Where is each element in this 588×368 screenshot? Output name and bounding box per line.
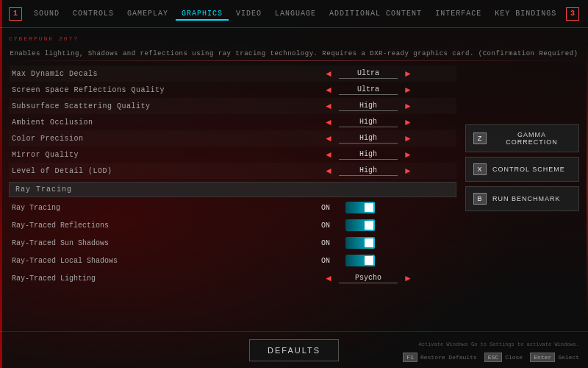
setting-row-screen-space: Screen Space Reflections Quality ◄ Ultra… xyxy=(9,82,456,98)
toggle-label-ray-tracing: Ray Tracing xyxy=(12,204,321,212)
right-sidebar: Z GAMMA CORRECTION X CONTROL SCHEME B RU… xyxy=(465,66,579,347)
toggle-control-ray-traced-lighting: ◄ Psycho ► xyxy=(321,273,453,283)
toggle-label-ray-traced-reflections: Ray-Traced Reflections xyxy=(12,222,321,230)
control-scheme-button[interactable]: X CONTROL SCHEME xyxy=(465,157,579,182)
setting-row-ambient-occlusion: Ambient Occlusion ◄ High ► xyxy=(9,114,456,130)
arrow-left-mirror-quality[interactable]: ◄ xyxy=(321,149,336,160)
select-hint: Enter Select xyxy=(530,353,579,362)
nav-right: 3 xyxy=(566,7,579,21)
defaults-button[interactable]: DEFAULTS xyxy=(249,339,339,361)
arrow-left-color-precision[interactable]: ◄ xyxy=(321,133,336,144)
nav-badge-right: 3 xyxy=(566,7,579,21)
toggle-switch-ray-tracing[interactable] xyxy=(345,202,375,213)
toggle-switch-ray-traced-sun-shadows[interactable] xyxy=(345,237,375,249)
arrow-left-subsurface[interactable]: ◄ xyxy=(321,101,336,111)
setting-label-lod: Level of Detail (LOD) xyxy=(12,167,321,175)
panel-divider xyxy=(0,60,588,61)
setting-control-mirror-quality: ◄ High ► xyxy=(321,149,453,160)
run-benchmark-button[interactable]: B RUN BENCHMARK xyxy=(465,186,579,211)
setting-value-screen-space: Ultra xyxy=(339,85,398,95)
toggle-switch-ray-traced-local-shadows[interactable] xyxy=(345,255,375,266)
logo-area: CYBERPUNK 2077 xyxy=(0,28,588,49)
setting-label-max-dynamic-decals: Max Dynamic Decals xyxy=(12,70,321,78)
gamma-correction-key: Z xyxy=(473,132,487,144)
setting-value-mirror-quality: High xyxy=(339,150,398,160)
close-hint: ESC Close xyxy=(484,353,523,362)
nav-bar: 1 SOUND CONTROLS GAMEPLAY GRAPHICS VIDEO… xyxy=(0,0,588,28)
select-label: Select xyxy=(558,354,579,361)
select-key: Enter xyxy=(530,353,555,362)
arrow-right-screen-space[interactable]: ► xyxy=(401,85,415,95)
arrow-right-subsurface[interactable]: ► xyxy=(401,101,415,111)
arrow-right-mirror-quality[interactable]: ► xyxy=(401,149,415,160)
toggle-switch-ray-traced-reflections[interactable] xyxy=(345,219,375,231)
setting-row-color-precision: Color Precision ◄ High ► xyxy=(9,130,456,146)
control-scheme-label: CONTROL SCHEME xyxy=(492,166,565,173)
setting-control-ambient-occlusion: ◄ High ► xyxy=(321,117,453,127)
bottom-bar: DEFAULTS F1 Restore Defaults ESC Close E… xyxy=(0,331,588,368)
setting-row-subsurface: Subsurface Scattering Quality ◄ High ► xyxy=(9,98,456,114)
setting-value-subsurface: High xyxy=(339,102,398,111)
run-benchmark-key: B xyxy=(473,193,487,205)
logo-text: CYBERPUNK 2077 xyxy=(9,35,79,42)
bottom-right-hints: F1 Restore Defaults ESC Close Enter Sele… xyxy=(403,353,579,362)
toggle-value-ray-tracing: ON xyxy=(321,204,340,212)
toggle-area-ray-tracing: ON xyxy=(321,202,453,213)
arrow-right-color-precision[interactable]: ► xyxy=(401,133,415,144)
nav-item-key-bindings[interactable]: KEY BINDINGS xyxy=(489,7,562,21)
arrow-right-ray-traced-lighting[interactable]: ► xyxy=(401,273,415,283)
arrow-right-max-dynamic-decals[interactable]: ► xyxy=(401,68,415,79)
setting-control-screen-space: ◄ Ultra ► xyxy=(321,85,453,95)
nav-item-video[interactable]: VIDEO xyxy=(230,7,268,21)
arrow-left-max-dynamic-decals[interactable]: ◄ xyxy=(321,68,336,79)
toggle-label-ray-traced-local-shadows: Ray-Traced Local Shadows xyxy=(12,257,321,265)
arrow-right-lod[interactable]: ► xyxy=(401,166,415,176)
nav-item-additional-content[interactable]: ADDITIONAL CONTENT xyxy=(323,7,428,21)
settings-panel: Max Dynamic Decals ◄ Ultra ► Screen Spac… xyxy=(9,66,456,347)
nav-item-controls[interactable]: CONTROLS xyxy=(67,7,120,21)
nav-badge-left: 1 xyxy=(9,7,22,21)
ray-tracing-section-header: Ray Tracing xyxy=(9,182,456,197)
main-content: Max Dynamic Decals ◄ Ultra ► Screen Spac… xyxy=(0,63,588,350)
arrow-left-ambient-occlusion[interactable]: ◄ xyxy=(321,117,336,127)
arrow-left-screen-space[interactable]: ◄ xyxy=(321,85,336,95)
setting-control-lod: ◄ High ► xyxy=(321,166,453,176)
nav-item-interface[interactable]: INTERFACE xyxy=(429,7,487,21)
toggle-area-ray-traced-local-shadows: ON xyxy=(321,255,453,266)
setting-control-subsurface: ◄ High ► xyxy=(321,101,453,111)
setting-value-color-precision: High xyxy=(339,134,398,144)
nav-item-graphics[interactable]: GRAPHICS xyxy=(176,7,229,21)
setting-row-lod: Level of Detail (LOD) ◄ High ► xyxy=(9,163,456,179)
close-label: Close xyxy=(505,354,523,361)
toggle-label-ray-traced-sun-shadows: Ray-Traced Sun Shadows xyxy=(12,239,321,247)
control-scheme-key: X xyxy=(473,163,487,175)
toggle-row-ray-traced-local-shadows: Ray-Traced Local Shadows ON xyxy=(9,252,456,269)
setting-control-max-dynamic-decals: ◄ Ultra ► xyxy=(321,68,453,79)
toggle-value-ray-traced-sun-shadows: ON xyxy=(321,239,340,247)
setting-value-ambient-occlusion: High xyxy=(339,118,398,127)
restore-key: F1 xyxy=(403,353,417,362)
arrow-left-ray-traced-lighting[interactable]: ◄ xyxy=(321,273,336,283)
arrow-left-lod[interactable]: ◄ xyxy=(321,166,336,176)
setting-value-max-dynamic-decals: Ultra xyxy=(339,69,398,79)
setting-value-lod: High xyxy=(339,166,398,176)
toggle-row-ray-traced-sun-shadows: Ray-Traced Sun Shadows ON xyxy=(9,234,456,252)
setting-label-mirror-quality: Mirror Quality xyxy=(12,151,321,159)
restore-defaults-hint: F1 Restore Defaults xyxy=(403,353,476,362)
windows-activation-hint: Activate Windows Go to Settings to activ… xyxy=(419,342,579,347)
setting-label-color-precision: Color Precision xyxy=(12,135,321,143)
toggle-row-ray-tracing: Ray Tracing ON xyxy=(9,199,456,216)
nav-item-language[interactable]: LANGUAGE xyxy=(269,7,322,21)
toggle-value-ray-traced-reflections: ON xyxy=(321,222,340,230)
setting-row-max-dynamic-decals: Max Dynamic Decals ◄ Ultra ► xyxy=(9,66,456,82)
toggle-row-ray-traced-reflections: Ray-Traced Reflections ON xyxy=(9,216,456,234)
arrow-right-ambient-occlusion[interactable]: ► xyxy=(401,117,415,127)
setting-row-mirror-quality: Mirror Quality ◄ High ► xyxy=(9,146,456,163)
nav-item-gameplay[interactable]: GAMEPLAY xyxy=(121,7,174,21)
toggle-area-ray-traced-sun-shadows: ON xyxy=(321,237,453,249)
gamma-correction-button[interactable]: Z GAMMA CORRECTION xyxy=(465,124,579,152)
gamma-correction-label: GAMMA CORRECTION xyxy=(492,131,571,146)
toggle-area-ray-traced-reflections: ON xyxy=(321,219,453,231)
close-key: ESC xyxy=(484,353,502,362)
nav-item-sound[interactable]: SOUND xyxy=(28,7,65,21)
